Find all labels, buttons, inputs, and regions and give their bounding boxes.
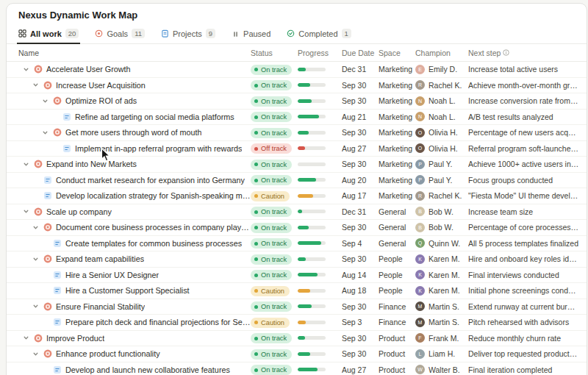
chevron-down-icon[interactable]	[22, 334, 30, 342]
status-badge[interactable]: On track	[251, 160, 292, 170]
chevron-down-icon[interactable]	[22, 207, 30, 215]
chevron-down-icon[interactable]	[22, 160, 30, 168]
row-title[interactable]: Hire a Customer Support Specialist	[65, 286, 190, 295]
chevron-down-icon[interactable]	[41, 129, 49, 137]
row-title[interactable]: Increase User Acquisition	[56, 81, 146, 90]
progress-bar-fill	[298, 68, 306, 71]
champion-name: Paul Y.	[429, 176, 452, 185]
row-title[interactable]: Prepare pitch deck and financial project…	[65, 318, 251, 326]
table-row[interactable]: Prepare pitch deck and financial project…	[7, 315, 587, 331]
tab-goals[interactable]: Goals11	[93, 26, 146, 44]
table-row[interactable]: Implement in-app referral program with r…	[7, 141, 587, 157]
tab-paused[interactable]: Paused	[230, 27, 272, 44]
table-row[interactable]: Enhance product functionality On track S…	[7, 346, 587, 362]
table-row[interactable]: Increase User Acquisition On track Sep 3…	[7, 78, 587, 94]
next-step: Increase team size	[468, 207, 579, 216]
table-row[interactable]: Ensure Financial Stability On track Sep …	[7, 299, 587, 315]
table-row[interactable]: Document core business processes in comp…	[7, 220, 587, 236]
row-title[interactable]: Optimize ROI of ads	[65, 96, 137, 105]
status-badge[interactable]: On track	[251, 270, 292, 280]
info-icon[interactable]	[503, 49, 509, 56]
row-title[interactable]: Create templates for common business pro…	[65, 239, 242, 248]
status-badge[interactable]: On track	[251, 238, 292, 249]
chevron-down-icon[interactable]	[32, 350, 40, 358]
table-row[interactable]: Conduct market research for expansion in…	[7, 173, 587, 189]
status-badge[interactable]: On track	[251, 175, 292, 185]
table-row[interactable]: Accelerate User Growth On track Dec 31 M…	[7, 62, 587, 78]
status-badge[interactable]: On track	[251, 112, 292, 122]
status-badge[interactable]: On track	[251, 254, 292, 265]
status-text: On track	[261, 82, 287, 89]
row-name-cell: Conduct market research for expansion in…	[18, 176, 251, 185]
row-title[interactable]: Expand into New Markets	[46, 160, 137, 168]
status-badge[interactable]: On track	[251, 207, 292, 217]
chevron-down-icon[interactable]	[41, 97, 49, 105]
status-badge[interactable]: On track	[251, 65, 292, 75]
row-title[interactable]: Scale up company	[46, 207, 112, 216]
table-row[interactable]: Get more users through word of mouth On …	[7, 125, 587, 141]
row-title[interactable]: Expand team capabilities	[56, 254, 144, 263]
chevron-down-icon[interactable]	[32, 255, 40, 263]
champion-cell: M Martin S.	[415, 318, 468, 327]
tab-all-work[interactable]: All work20	[17, 26, 80, 44]
tab-completed[interactable]: Completed1	[285, 26, 353, 44]
table-row[interactable]: Expand team capabilities On track Sep 30…	[7, 251, 587, 268]
status-cell: On track	[251, 159, 298, 170]
row-title[interactable]: Refine ad targeting on social media plat…	[75, 113, 234, 121]
table-row[interactable]: Optimize ROI of ads On track Sep 30 Mark…	[7, 93, 587, 110]
progress-bar-fill	[298, 368, 318, 371]
next-step: Percentage of core processes documented	[468, 223, 579, 232]
chevron-down-icon[interactable]	[32, 302, 40, 310]
tab-label: Goals	[107, 29, 128, 38]
tab-projects[interactable]: Projects9	[159, 26, 217, 44]
table-row[interactable]: Expand into New Markets On track Sep 30 …	[7, 157, 587, 173]
status-badge[interactable]: On track	[251, 333, 292, 343]
status-cell: Off track	[251, 143, 298, 154]
table-row[interactable]: Develop and launch new collaborative fea…	[7, 362, 587, 375]
table-row[interactable]: Create templates for common business pro…	[7, 236, 587, 252]
row-title[interactable]: Hire a Senior UX Designer	[65, 271, 159, 279]
row-title[interactable]: Document core business processes in comp…	[56, 223, 251, 232]
chevron-down-icon[interactable]	[32, 81, 40, 89]
row-title[interactable]: Develop localization strategy for Spanis…	[56, 191, 251, 200]
status-badge[interactable]: Caution	[251, 286, 290, 296]
status-badge[interactable]: Caution	[251, 318, 290, 328]
row-title[interactable]: Get more users through word of mouth	[65, 128, 201, 137]
status-badge[interactable]: On track	[251, 301, 292, 312]
table-row[interactable]: Hire a Senior UX Designer On track Aug 1…	[7, 268, 587, 284]
row-title[interactable]: Enhance product functionality	[56, 349, 160, 358]
status-text: On track	[261, 208, 287, 215]
status-badge[interactable]: On track	[251, 128, 292, 138]
table-row[interactable]: Develop localization strategy for Spanis…	[7, 188, 587, 204]
status-badge[interactable]: Off track	[251, 143, 292, 154]
status-badge[interactable]: On track	[251, 80, 292, 90]
champion-name: Walter B.	[429, 365, 460, 374]
row-name-cell: Hire a Senior UX Designer	[18, 271, 251, 279]
chevron-down-icon[interactable]	[22, 65, 30, 74]
due-date: Aug 21	[342, 113, 379, 121]
avatar: Q	[415, 238, 425, 248]
row-title[interactable]: Conduct market research for expansion in…	[56, 176, 245, 185]
row-title[interactable]: Improve Product	[46, 334, 104, 343]
status-badge[interactable]: On track	[251, 223, 292, 233]
table-row[interactable]: Scale up company On track Dec 31 General…	[7, 204, 587, 221]
status-dot-icon	[254, 242, 258, 246]
row-title[interactable]: Ensure Financial Stability	[56, 302, 145, 311]
status-badge[interactable]: On track	[251, 96, 292, 107]
row-title[interactable]: Develop and launch new collaborative fea…	[65, 365, 230, 374]
goal-icon	[43, 223, 52, 232]
champion-cell: W Walter B.	[415, 365, 468, 374]
progress-cell	[298, 336, 342, 340]
table-row[interactable]: Refine ad targeting on social media plat…	[7, 110, 587, 126]
table-row[interactable]: Improve Product On track Sep 30 Product …	[7, 331, 587, 347]
space-label: General	[379, 239, 415, 248]
row-title[interactable]: Implement in-app referral program with r…	[75, 144, 242, 153]
status-badge[interactable]: On track	[251, 365, 292, 375]
chevron-down-icon[interactable]	[32, 224, 40, 232]
column-header-due-date: Due Date	[342, 49, 379, 57]
row-title[interactable]: Accelerate User Growth	[46, 65, 131, 74]
status-dot-icon	[254, 99, 258, 103]
status-badge[interactable]: On track	[251, 349, 292, 360]
table-row[interactable]: Hire a Customer Support Specialist Cauti…	[7, 283, 587, 299]
status-badge[interactable]: Caution	[251, 191, 290, 201]
